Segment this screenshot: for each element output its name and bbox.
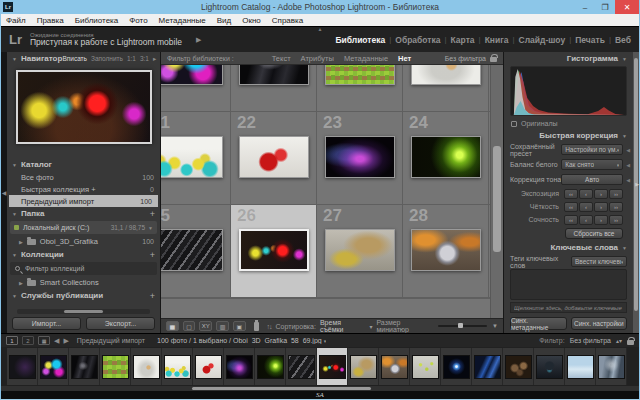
- module-develop[interactable]: Обработка: [391, 35, 444, 45]
- filmstrip-thumb-robot-and-car[interactable]: [350, 355, 377, 379]
- filter-none[interactable]: Нет: [398, 54, 411, 63]
- filter-attribute[interactable]: Атрибуты: [301, 54, 334, 63]
- import-button[interactable]: Импорт...: [12, 317, 81, 330]
- quick-develop-header[interactable]: Быстрая коррекция ▼: [504, 129, 633, 142]
- zoom-3-1[interactable]: 3:1: [140, 55, 149, 62]
- grid-cell-24[interactable]: 24: [403, 112, 489, 204]
- vibrance-decrease-button[interactable]: ‹: [579, 215, 593, 225]
- right-panel-toggle[interactable]: ▶: [635, 181, 639, 187]
- filmstrip-cell[interactable]: [503, 348, 534, 385]
- menu-help[interactable]: Справка: [272, 16, 303, 25]
- photo-thumbnail-green-pixel-blocks[interactable]: [325, 65, 395, 85]
- grid-cell-17[interactable]: 17: [161, 65, 231, 111]
- menu-photo[interactable]: Фото: [129, 16, 147, 25]
- module-slideshow[interactable]: Слайд-шоу: [515, 35, 570, 45]
- filmstrip-thumb-brown-spheres[interactable]: [505, 355, 532, 379]
- zoom-1-1[interactable]: 1:1: [127, 55, 136, 62]
- main-window-button[interactable]: 1: [6, 336, 18, 345]
- filmstrip-thumb-green-pixel-blocks[interactable]: [102, 355, 129, 379]
- right-panel-scrollbar[interactable]: ▶: [633, 52, 639, 333]
- exposure-increase-large-button[interactable]: ››: [609, 189, 623, 199]
- filmstrip-thumb-red-cherries[interactable]: [195, 355, 222, 379]
- filmstrip-thumb-winter-blue[interactable]: [567, 355, 594, 379]
- photo-thumbnail-sphere-robot[interactable]: [411, 229, 481, 271]
- filmstrip-thumb-blue-curves[interactable]: [474, 355, 501, 379]
- menu-library[interactable]: Библиотека: [75, 16, 119, 25]
- sync-metadata-button[interactable]: Синх. метаданные: [510, 317, 567, 330]
- grid-view-button[interactable]: ▦: [166, 321, 179, 331]
- filmstrip-thumb-green-battery[interactable]: [257, 355, 284, 379]
- previous-photo-arrow[interactable]: ◀: [54, 337, 59, 345]
- filmstrip-thumb-green-plants[interactable]: [412, 355, 439, 379]
- navigator-header[interactable]: ▼ Навигатор Вписать Заполнить 1:1 3:1 ▸: [7, 52, 160, 65]
- go-to-grid-button[interactable]: ▦: [38, 336, 50, 345]
- filmstrip-cell[interactable]: [317, 348, 348, 385]
- grid-cell-27[interactable]: 27: [317, 205, 403, 297]
- keyword-tags-dropdown[interactable]: Ввести ключевы... ▾: [571, 256, 627, 267]
- filmstrip-thumb-blue-ring-glow[interactable]: [443, 355, 470, 379]
- zoom-fit[interactable]: Вписать: [62, 55, 87, 62]
- grid-cell-25[interactable]: 25: [161, 205, 231, 297]
- exposure-decrease-large-button[interactable]: ‹‹: [564, 189, 578, 199]
- filmstrip-thumb-purple-glow-dots[interactable]: [226, 355, 253, 379]
- folders-header[interactable]: ▼ Папка +: [7, 207, 160, 220]
- histogram-header[interactable]: Гистограмма ▼: [504, 52, 633, 65]
- filmstrip-thumb-gray-branches[interactable]: [598, 355, 625, 379]
- menu-view[interactable]: Вид: [217, 16, 231, 25]
- add-folder-icon[interactable]: +: [150, 209, 155, 219]
- filter-metadata[interactable]: Метаданные: [344, 54, 388, 63]
- add-collection-icon[interactable]: +: [150, 250, 155, 260]
- filmstrip-cell[interactable]: [162, 348, 193, 385]
- filmstrip-info[interactable]: 100 фото / 1 выбрано / Oboi_3D_Grafika_5…: [157, 337, 326, 344]
- clarity-decrease-large-button[interactable]: ‹‹: [564, 202, 578, 212]
- sync-settings-button[interactable]: Синх. настройки: [571, 317, 628, 330]
- filmstrip-cell[interactable]: [472, 348, 503, 385]
- vibrance-increase-button[interactable]: ›: [594, 215, 608, 225]
- white-balance-dropdown[interactable]: Как снято ▾: [561, 159, 623, 170]
- sync-play-icon[interactable]: ▶: [196, 36, 201, 44]
- painter-spray-icon[interactable]: [254, 322, 259, 331]
- vibrance-decrease-large-button[interactable]: ‹‹: [564, 215, 578, 225]
- grid-cell-18[interactable]: 18: [231, 65, 317, 111]
- filmstrip-thumb-neon-glow-balls[interactable]: [319, 355, 346, 379]
- sort-value-dropdown[interactable]: Время съёмки: [320, 319, 365, 333]
- grid-cell-28[interactable]: 28: [403, 205, 489, 297]
- filmstrip-cell[interactable]: [441, 348, 472, 385]
- grid-cell-20[interactable]: 20: [403, 65, 489, 111]
- catalog-header[interactable]: ▼ Каталог: [7, 158, 160, 171]
- export-button[interactable]: Экспорт...: [86, 317, 155, 330]
- filmstrip-scrollbar[interactable]: [1, 386, 639, 391]
- filmstrip-filter-dropdown[interactable]: Без фильтра: [570, 337, 611, 344]
- disk-row[interactable]: Локальный диск (C:) 31,1 / 98,75 ▼: [10, 221, 157, 234]
- grid-cell-22[interactable]: 22: [231, 112, 317, 204]
- folder-row[interactable]: ▶ Oboi_3D_Grafika 100: [7, 235, 160, 248]
- reset-all-button[interactable]: Сбросить все: [565, 228, 623, 239]
- filmstrip-cell[interactable]: [69, 348, 100, 385]
- module-book[interactable]: Книга: [481, 35, 513, 45]
- top-panel-toggle-icon[interactable]: ▲: [318, 27, 323, 31]
- vibrance-increase-large-button[interactable]: ››: [609, 215, 623, 225]
- keywords-textarea[interactable]: [510, 269, 627, 300]
- menu-edit[interactable]: Правка: [37, 16, 64, 25]
- module-library[interactable]: Библиотека: [331, 35, 389, 45]
- filmstrip-cell[interactable]: [7, 348, 38, 385]
- expand-left-icon[interactable]: ◀: [626, 177, 630, 183]
- filmstrip-cell[interactable]: [379, 348, 410, 385]
- catalog-all-photos[interactable]: Все фото 100: [7, 171, 160, 183]
- loupe-view-button[interactable]: ▢: [183, 321, 196, 331]
- catalog-previous-import[interactable]: Предыдущий импорт 100: [9, 195, 158, 207]
- compare-view-button[interactable]: XY: [199, 321, 212, 331]
- left-panel-scrollbar[interactable]: [17, 309, 150, 314]
- next-photo-arrow[interactable]: ▶: [63, 337, 68, 345]
- grid-cell-26[interactable]: 26: [231, 205, 317, 297]
- photo-thumbnail-dark-streaks[interactable]: [239, 65, 309, 85]
- filmstrip-thumb-cyan-yellow-balls[interactable]: [164, 355, 191, 379]
- photo-thumbnail-white-room-box[interactable]: [411, 65, 481, 85]
- filmstrip-thumb-dark-streaks[interactable]: [71, 355, 98, 379]
- clarity-increase-large-button[interactable]: ››: [609, 202, 623, 212]
- collections-filter-input[interactable]: Фильтр коллекций: [10, 262, 157, 275]
- filmstrip-thumb-metal-stripes[interactable]: [288, 355, 315, 379]
- filmstrip-cell[interactable]: [131, 348, 162, 385]
- filmstrip-cell[interactable]: [534, 348, 565, 385]
- smart-collections-row[interactable]: ▶ Smart Collections: [7, 276, 160, 289]
